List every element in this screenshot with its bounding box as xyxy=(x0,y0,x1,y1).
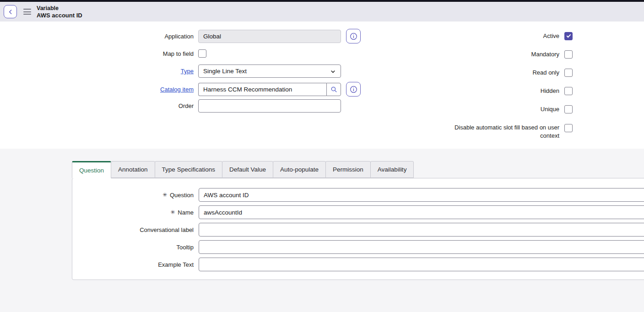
field-row-active: Active xyxy=(543,32,573,40)
back-button[interactable] xyxy=(4,5,17,18)
tab-type-specifications[interactable]: Type Specifications xyxy=(155,161,222,178)
required-asterisk-icon: ✳ xyxy=(170,209,175,215)
question-input[interactable] xyxy=(199,188,644,202)
catalog-item-field-link[interactable]: Catalog item xyxy=(0,86,194,93)
record-type-label: Variable xyxy=(37,5,82,12)
unique-checkbox[interactable] xyxy=(564,105,573,113)
map-to-field-label: Map to field xyxy=(0,50,194,57)
question-tab-panel: ✳ Question ✳ Name Conversational label xyxy=(72,178,644,280)
tab-annotation[interactable]: Annotation xyxy=(111,161,155,178)
type-select-value: Single Line Text xyxy=(203,68,247,75)
field-row-mandatory: Mandatory xyxy=(531,50,573,59)
disable-slot-fill-checkbox[interactable] xyxy=(564,124,573,132)
record-header: Variable AWS account ID xyxy=(0,2,644,22)
tab-availability[interactable]: Availability xyxy=(370,161,414,178)
field-row-disable-slot-fill: Disable automatic slot fill based on use… xyxy=(444,124,573,140)
read-only-checkbox[interactable] xyxy=(564,69,573,77)
field-row-example-text: Example Text xyxy=(72,258,644,271)
tab-default-value[interactable]: Default Value xyxy=(222,161,273,178)
field-row-hidden: Hidden xyxy=(541,87,573,95)
catalog-item-input[interactable] xyxy=(198,83,326,96)
required-asterisk-icon: ✳ xyxy=(162,192,167,198)
tab-bar: Question Annotation Type Specifications … xyxy=(72,161,414,178)
mandatory-label: Mandatory xyxy=(531,50,559,59)
form-tabs-section: Question Annotation Type Specifications … xyxy=(0,149,644,312)
field-row-read-only: Read only xyxy=(532,69,573,77)
field-row-conversational-label: Conversational label xyxy=(72,223,644,237)
unique-label: Unique xyxy=(541,105,559,113)
checkmark-icon xyxy=(567,33,571,38)
active-checkbox[interactable] xyxy=(564,32,573,40)
field-row-application: Application xyxy=(0,29,361,43)
tooltip-input[interactable] xyxy=(199,240,644,254)
form-main-section: Application Map to field Type Single Lin… xyxy=(0,22,644,149)
field-row-tooltip: Tooltip xyxy=(72,240,644,254)
example-text-label: Example Text xyxy=(158,261,194,268)
name-label: Name xyxy=(178,209,194,216)
conversational-label-input[interactable] xyxy=(199,223,644,237)
record-name-label: AWS account ID xyxy=(37,12,82,19)
example-text-input[interactable] xyxy=(199,258,644,271)
name-input[interactable] xyxy=(199,205,644,219)
type-field-link[interactable]: Type xyxy=(0,68,194,75)
record-title: Variable AWS account ID xyxy=(37,5,82,19)
field-row-map-to-field: Map to field xyxy=(0,49,206,58)
chevron-left-icon xyxy=(7,8,14,16)
conversational-label-label: Conversational label xyxy=(140,226,194,233)
hidden-label: Hidden xyxy=(541,87,559,95)
chevron-down-icon xyxy=(330,68,336,75)
field-row-unique: Unique xyxy=(541,105,573,113)
application-input[interactable] xyxy=(198,30,341,43)
type-select[interactable]: Single Line Text xyxy=(198,65,341,78)
disable-slot-fill-label: Disable automatic slot fill based on use… xyxy=(444,124,559,140)
app-window: Variable AWS account ID Application Map … xyxy=(0,0,644,312)
field-row-order: Order xyxy=(0,99,341,113)
info-icon xyxy=(349,32,358,41)
map-to-field-checkbox[interactable] xyxy=(198,49,206,58)
tooltip-label: Tooltip xyxy=(176,244,194,251)
read-only-label: Read only xyxy=(532,69,559,77)
hidden-checkbox[interactable] xyxy=(564,87,573,95)
field-row-question: ✳ Question xyxy=(72,188,644,202)
question-label: Question xyxy=(170,192,194,199)
active-label: Active xyxy=(543,32,559,40)
application-label: Application xyxy=(0,33,194,40)
application-info-button[interactable] xyxy=(346,29,361,43)
order-label: Order xyxy=(0,102,194,109)
info-icon xyxy=(349,85,358,94)
tab-permission[interactable]: Permission xyxy=(325,161,371,178)
order-input[interactable] xyxy=(198,99,341,113)
catalog-item-lookup-button[interactable] xyxy=(326,83,341,96)
field-row-type: Type Single Line Text xyxy=(0,65,341,78)
search-icon xyxy=(330,86,338,93)
mandatory-checkbox[interactable] xyxy=(564,50,573,59)
catalog-item-reference-group xyxy=(198,83,341,96)
context-menu-icon[interactable] xyxy=(23,9,31,15)
field-row-catalog-item: Catalog item xyxy=(0,82,361,97)
field-row-name: ✳ Name xyxy=(72,205,644,219)
catalog-item-info-button[interactable] xyxy=(346,82,361,97)
tab-question[interactable]: Question xyxy=(72,161,111,178)
tab-auto-populate[interactable]: Auto-populate xyxy=(273,161,326,178)
